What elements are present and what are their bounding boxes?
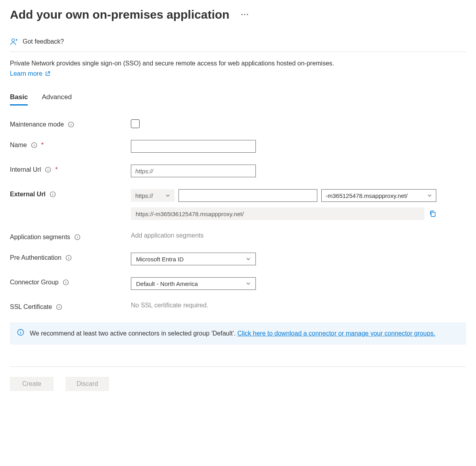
connector-recommendation-banner: We recommend at least two active connect… [10, 322, 466, 344]
external-url-domain-select[interactable]: -m365125478.msappproxy.net/ [321, 189, 436, 202]
required-indicator: * [55, 166, 58, 173]
tabs: Basic Advanced [10, 93, 466, 105]
field-internal-url: Internal Url * [10, 165, 466, 177]
name-input[interactable] [131, 140, 256, 153]
field-external-url: External Url https:// -m365125478.msappp… [10, 189, 466, 220]
banner-text: We recommend at least two active connect… [30, 330, 237, 337]
svg-point-8 [52, 193, 53, 194]
svg-point-15 [65, 281, 66, 282]
svg-point-17 [59, 306, 60, 306]
external-url-host-input[interactable] [178, 189, 317, 202]
name-label: Name [10, 142, 27, 149]
maintenance-mode-label: Maintenance mode [10, 121, 64, 128]
connector-group-label: Connector Group [10, 279, 59, 286]
generated-external-url: https://-m365t36125478.msappproxy.net/ [131, 207, 424, 220]
copy-icon[interactable] [429, 210, 436, 217]
page-title: Add your own on-premises application ··· [10, 8, 466, 21]
feedback-button[interactable]: Got feedback? [10, 37, 466, 52]
page-title-text: Add your own on-premises application [10, 8, 229, 21]
feedback-label: Got feedback? [23, 38, 64, 45]
svg-point-13 [68, 257, 69, 257]
domain-value: -m365125478.msappproxy.net/ [326, 192, 408, 199]
learn-more-link[interactable]: Learn more [10, 70, 50, 77]
create-button[interactable]: Create [10, 377, 54, 391]
discard-button[interactable]: Discard [65, 377, 109, 391]
field-pre-auth: Pre Authentication Microsoft Entra ID [10, 253, 466, 265]
add-app-segments-link[interactable]: Add application segments [131, 232, 203, 239]
footer: Create Discard [10, 366, 466, 391]
external-url-label: External Url [10, 191, 46, 198]
field-app-segments: Application segments Add application seg… [10, 232, 466, 241]
info-icon[interactable] [31, 142, 37, 148]
svg-point-4 [34, 144, 34, 144]
field-connector-group: Connector Group Default - North America [10, 277, 466, 290]
svg-point-19 [20, 331, 21, 332]
feedback-icon [10, 37, 19, 46]
page-description: Private Network provides single sign-on … [10, 59, 466, 68]
ssl-cert-status: No SSL certificate required. [131, 302, 208, 309]
field-ssl-cert: SSL Certificate No SSL certificate requi… [10, 302, 466, 311]
svg-point-0 [12, 39, 15, 42]
internal-url-input[interactable] [131, 165, 256, 177]
info-icon[interactable] [63, 279, 69, 286]
more-actions-button[interactable]: ··· [239, 9, 251, 21]
tab-advanced[interactable]: Advanced [42, 93, 72, 105]
info-icon[interactable] [56, 304, 62, 310]
learn-more-label: Learn more [10, 70, 42, 77]
banner-link[interactable]: Click here to download a connector or ma… [237, 330, 435, 337]
connector-group-select[interactable]: Default - North America [131, 277, 256, 290]
scheme-value: https:// [135, 192, 153, 199]
field-maintenance-mode: Maintenance mode [10, 119, 466, 128]
external-url-scheme-select[interactable]: https:// [131, 189, 175, 202]
info-icon[interactable] [45, 167, 51, 173]
maintenance-mode-checkbox[interactable] [131, 119, 140, 128]
external-link-icon [45, 71, 50, 77]
app-segments-label: Application segments [10, 234, 70, 241]
svg-point-6 [48, 169, 48, 169]
info-icon[interactable] [65, 255, 72, 261]
chevron-down-icon [246, 257, 251, 261]
connector-group-value: Default - North America [136, 280, 198, 287]
required-indicator: * [41, 142, 44, 149]
svg-point-11 [77, 236, 77, 236]
svg-rect-9 [431, 212, 435, 217]
internal-url-label: Internal Url [10, 166, 41, 173]
pre-auth-label: Pre Authentication [10, 254, 61, 261]
field-name: Name * [10, 140, 466, 153]
pre-auth-select[interactable]: Microsoft Entra ID [131, 253, 256, 265]
chevron-down-icon [427, 193, 432, 198]
info-icon [17, 329, 24, 336]
chevron-down-icon [246, 281, 251, 286]
tab-basic[interactable]: Basic [10, 93, 28, 105]
info-icon[interactable] [74, 234, 81, 240]
info-icon[interactable] [50, 191, 56, 198]
chevron-down-icon [165, 193, 170, 198]
info-icon[interactable] [68, 121, 74, 128]
pre-auth-value: Microsoft Entra ID [136, 256, 184, 263]
svg-point-2 [71, 123, 71, 124]
ssl-cert-label: SSL Certificate [10, 303, 52, 311]
